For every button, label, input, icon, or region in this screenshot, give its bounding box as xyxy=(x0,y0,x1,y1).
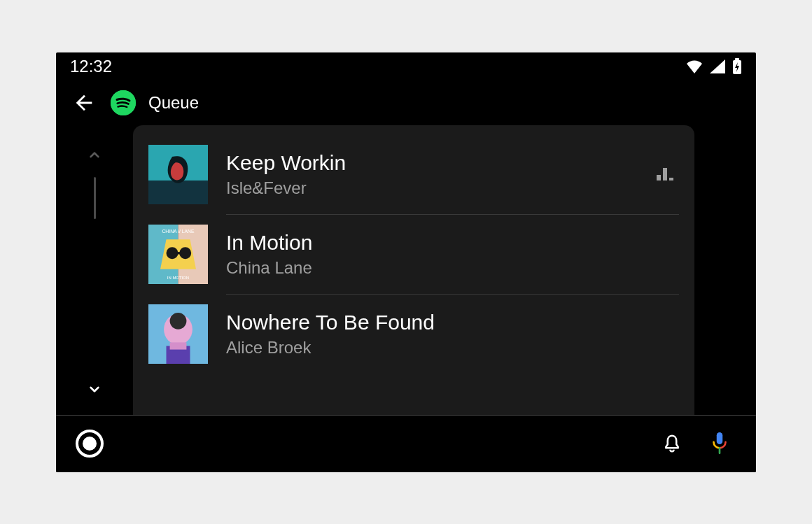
equalizer-icon xyxy=(651,168,679,180)
battery-charging-icon xyxy=(732,58,742,75)
wifi-icon xyxy=(686,59,703,73)
track-info: In Motion China Lane xyxy=(226,230,679,278)
scroll-rail xyxy=(56,125,133,415)
nav-bar xyxy=(56,415,756,472)
svg-point-15 xyxy=(170,312,187,329)
nav-home-button[interactable] xyxy=(76,430,104,458)
page-title: Queue xyxy=(148,93,199,113)
queue-track[interactable]: CHINA // LANE IN MOTION In Motion China … xyxy=(148,215,679,294)
spotify-icon xyxy=(111,90,136,115)
scroll-up-button[interactable] xyxy=(85,146,104,167)
track-artist: Isle&Fever xyxy=(226,178,633,198)
arrow-left-icon xyxy=(72,91,96,115)
track-info: Nowhere To Be Found Alice Broek xyxy=(226,310,679,357)
track-artist: Alice Broek xyxy=(226,338,679,357)
svg-rect-10 xyxy=(177,252,182,254)
queue-track[interactable]: Nowhere To Be Found Alice Broek xyxy=(148,295,679,374)
chevron-up-icon xyxy=(85,146,104,164)
home-circle-icon xyxy=(83,437,97,451)
nav-voice-button[interactable] xyxy=(703,427,736,460)
signal-icon xyxy=(710,59,725,73)
track-title: Keep Workin xyxy=(226,150,633,176)
album-art xyxy=(148,145,208,204)
queue-panel: Keep Workin Isle&Fever xyxy=(133,125,694,415)
status-time: 12:32 xyxy=(70,57,112,76)
status-icons xyxy=(686,58,742,75)
nav-notifications-button[interactable] xyxy=(655,427,689,460)
track-title: Nowhere To Be Found xyxy=(226,310,679,335)
svg-rect-18 xyxy=(717,432,723,444)
chevron-down-icon xyxy=(85,380,104,398)
status-bar: 12:32 xyxy=(56,52,756,80)
main-content: Keep Workin Isle&Fever xyxy=(56,125,756,415)
album-art: CHINA // LANE IN MOTION xyxy=(148,225,208,284)
device-frame: 12:32 xyxy=(56,52,756,472)
bell-icon xyxy=(662,433,682,454)
queue-track[interactable]: Keep Workin Isle&Fever xyxy=(148,135,679,214)
svg-rect-4 xyxy=(148,180,208,204)
svg-rect-17 xyxy=(170,342,187,349)
svg-rect-1 xyxy=(735,58,739,60)
svg-text:CHINA // LANE: CHINA // LANE xyxy=(162,228,195,233)
back-button[interactable] xyxy=(70,89,98,117)
google-mic-icon xyxy=(710,432,729,455)
scroll-down-button[interactable] xyxy=(85,380,104,401)
track-info: Keep Workin Isle&Fever xyxy=(226,150,633,198)
album-art xyxy=(148,304,208,364)
scroll-indicator xyxy=(94,177,96,219)
track-title: In Motion xyxy=(226,230,679,255)
svg-point-8 xyxy=(167,247,178,259)
app-header: Queue xyxy=(56,80,756,125)
track-artist: China Lane xyxy=(226,258,679,278)
svg-text:IN MOTION: IN MOTION xyxy=(167,276,189,280)
